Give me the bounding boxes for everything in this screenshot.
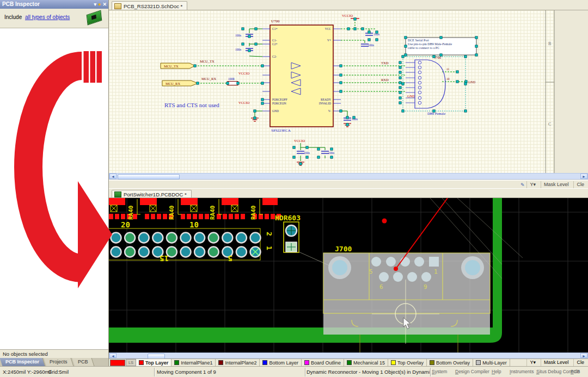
menu-pcb[interactable]: PCB [571,369,580,374]
editor-area: PCB_RS2321D.SchDoc * BC100n100n100n100n1… [109,0,588,377]
resistor-array-pads[interactable]: RA40RA40RA40RA40 [109,198,281,220]
ic-pin-name: VCC [325,27,332,30]
ic-pin-name: FORCEOFF [272,98,287,101]
pin-icon[interactable]: ● [98,0,101,9]
component-designator: J700 [335,245,352,253]
close-icon[interactable]: ✕ [102,0,107,9]
sheet-zone: B [548,41,551,46]
panel-tab-pcb[interactable]: PCB [72,358,94,366]
cap-value: 100n [304,151,310,154]
inspector-body: Include all types of objects [0,9,108,28]
panel-tab-projects[interactable]: Projects [44,358,74,366]
panel-title-bar[interactable]: PCB Inspector ▾ ● ✕ [0,0,108,9]
cap-value: 100n [368,44,374,47]
menu-instruments[interactable]: Instruments [510,369,534,374]
scroll-thumb[interactable] [118,174,180,180]
ra-label: RA40 [127,206,134,220]
layer-tab-label: Mechanical 15 [353,360,385,366]
layer-tab-mechanical-15[interactable]: Mechanical 15 [344,359,388,366]
net-label: MCU_TX [200,59,215,63]
schematic-drawing: BC100n100n100n100n100n100n100n100RVCCIOV… [164,10,588,173]
mask-level-button[interactable]: Mask Level [541,359,572,366]
menu-help[interactable]: Help [492,369,501,374]
scroll-left-icon[interactable]: ◄ [109,174,117,179]
layer-tab-bottom-overlay[interactable]: Bottom Overlay [427,359,473,366]
db9-connector[interactable]: 1110J700DB9 FemaleGND [403,55,476,115]
layer-tab-label: Bottom Overlay [436,360,470,366]
current-layer-swatch[interactable] [110,360,125,366]
power-net-label: VCCIO [238,71,250,75]
filter-icon[interactable]: Y▾ [526,359,538,366]
through-hole-pad [139,233,149,243]
clear-button[interactable]: Cle [573,181,587,188]
through-hole-pad [111,233,121,243]
schematic-doc-icon [114,3,121,9]
power-net-label: VCCIO [342,14,353,17]
schematic-ports[interactable]: MCU_TXMCU_RX [161,63,198,86]
layer-tab-multi-layer[interactable]: Multi-Layer [473,359,510,366]
panel-tab-pcb-inspector[interactable]: PCB Inspector [0,358,45,366]
tab-pcb-doc[interactable]: PortSwitcher1D.PCBDOC * [112,190,192,197]
cursor-coordinates: X:2450mil Y:-2960mil [3,369,52,375]
connector-pad [400,257,410,267]
menu-system[interactable]: System [432,369,447,374]
port-label: MCU_TX [164,64,179,68]
scroll-right-icon[interactable]: ► [580,353,587,358]
connector-pad [421,272,431,282]
pin-number: 1 [434,268,438,275]
tab-schematic-doc[interactable]: PCB_RS2321D.SchDoc * [112,1,187,10]
schematic-tab-bar: PCB_RS2321D.SchDoc * [109,0,588,10]
layer-tab-internalplane1[interactable]: InternalPlane1 [171,359,216,366]
layer-color-swatch [391,360,396,365]
connector-pad [386,257,396,267]
schematic-doc-title: PCB_RS2321D.SchDoc * [124,3,182,9]
db9-pin-number: 11 [446,67,450,71]
layer-color-swatch [476,360,481,365]
scroll-right-icon[interactable]: ► [580,174,587,179]
dropdown-icon[interactable]: ▾ [94,0,96,9]
ra-label: RA40 [209,206,216,220]
layer-sets-button[interactable]: LS [126,359,136,366]
header-connector[interactable]: 201015521 [109,220,273,263]
layer-tab-top-overlay[interactable]: Top Overlay [388,359,427,366]
panel-tab-label: PCB Inspector [5,358,39,366]
note-text-frame[interactable]: DCE Serial PortUse pin-to-pin DB9 Male-F… [406,38,476,55]
schematic-hscrollbar[interactable]: ◄ ► [109,173,588,180]
schematic-ic[interactable]: C1+C1-C2+C2-FORCEOFFFORCEONGNDVCCV+READY… [262,19,341,133]
through-hole-pad [194,233,205,243]
filter-icon[interactable]: Y▾ [526,181,538,188]
clear-button[interactable]: Cle [573,359,587,366]
status-bar: X:2450mil Y:-2960mil Grid:5mil Moving Co… [0,366,588,377]
wire-icon[interactable]: ✎ [520,182,525,188]
ic-pin-name: V- [328,109,331,113]
layer-tab-bottom-layer[interactable]: Bottom Layer [260,359,302,366]
layer-tab-top-layer[interactable]: Top Layer [136,359,171,366]
through-hole-pad [194,247,205,257]
pcb-tab-bar: PortSwitcher1D.PCBDOC * [109,188,588,198]
panel-tab-strip: PCB InspectorProjectsPCB [0,358,108,366]
ic-pin-name: GND [272,109,279,113]
layer-tab-board-outline[interactable]: Board Outline [302,359,344,366]
schematic-canvas[interactable]: BC100n100n100n100n100n100n100n100RVCCIOV… [109,10,588,173]
layer-tab-label: Multi-Layer [482,360,507,366]
scroll-left-icon[interactable]: ◄ [109,353,117,358]
menu-design-compiler[interactable]: Design Compiler [455,369,489,374]
ic-pin-name: READY [321,98,331,101]
grid-setting: Grid:5mil [48,369,69,375]
pcb-canvas[interactable]: RA40RA40RA40RA40201015521HDR603J7005169 [109,198,588,353]
cap-value: 100n [328,151,334,154]
layer-color-swatch [430,360,434,365]
pcb-hscrollbar[interactable]: ◄ ► [109,353,588,359]
pcb-board-icon [87,10,102,26]
mask-level-button[interactable]: Mask Level [541,181,572,188]
net-label: TXD [381,61,389,65]
pin-number: 6 [379,283,383,291]
schematic-status-row: ✎ Y▾ Mask Level Cle [109,180,588,188]
layer-color-swatch [262,360,267,365]
db9-pin-number: 10 [446,77,450,81]
layer-color-swatch [174,360,179,365]
include-scope-link[interactable]: all types of objects [25,14,70,20]
hdr603-component[interactable]: HDR603 [275,214,301,252]
layer-tab-label: Board Outline [311,360,341,366]
layer-tab-internalplane2[interactable]: InternalPlane2 [216,359,260,366]
